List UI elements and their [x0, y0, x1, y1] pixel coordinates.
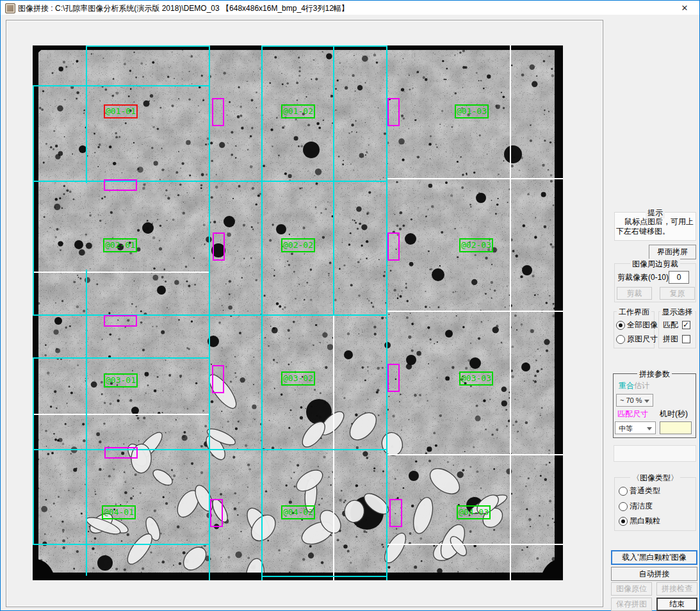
grid-line-cyan [33, 544, 210, 545]
tile-label: @02-03 [459, 238, 493, 252]
grid-line-white [33, 414, 209, 415]
stitch-params-title: 拼接参数 [637, 369, 672, 380]
app-icon [5, 3, 15, 13]
match-box [387, 232, 400, 261]
original-size-radio[interactable] [616, 335, 625, 344]
tile-label: @02-01 [103, 238, 137, 252]
grid-line-cyan [86, 45, 210, 47]
match-box [387, 98, 400, 126]
tile-label: @03-02 [281, 371, 315, 386]
grid-line-cyan [86, 45, 87, 183]
crop-pixels-input[interactable]: 0 [669, 271, 689, 284]
grid-line-cyan [33, 85, 210, 86]
tile-label: @04-03 [457, 505, 491, 519]
bw-particles-label: 黑白颗粒 [630, 516, 660, 526]
grid-line-white [386, 178, 563, 179]
radio-row-all-images: 全部图像 [616, 320, 658, 330]
window-title: 图像拼接 : C:\孔隙率图像分析系统(演示版 2018)\DEMO_03 【6… [18, 3, 349, 14]
crop-pixels-label: 剪裁像素(0-10) [617, 272, 669, 283]
mosaic-image[interactable]: @01-01@01-02@01-03@02-01@02-02@02-03@03-… [33, 45, 563, 580]
machine-time-input[interactable] [660, 421, 692, 434]
grid-line-cyan [261, 45, 387, 47]
screen-copy-button[interactable]: 界面拷屏 [649, 245, 696, 259]
grid-line-white [386, 311, 563, 312]
match-box [212, 98, 224, 126]
match-box [210, 499, 223, 527]
cleanliness-radio[interactable] [619, 502, 628, 511]
stitch-params-groupbox: 拼接参数 重合估计 ~ 70 % 匹配尺寸 机时(秒) 中等 [613, 373, 696, 438]
mosaic-overlay: @01-01@01-02@01-03@02-01@02-02@02-03@03-… [33, 45, 563, 580]
match-label: 匹配 [663, 320, 678, 330]
radio-row-normal-type: 普通类型 [619, 485, 660, 496]
match-checkbox-row: 匹配 [663, 320, 690, 330]
grid-line-cyan [261, 45, 263, 580]
app-window: 图像拼接 : C:\孔隙率图像分析系统(演示版 2018)\DEMO_03 【6… [0, 0, 700, 611]
crop-button[interactable]: 剪裁 [617, 287, 652, 300]
machine-time-label: 机时(秒) [660, 409, 688, 420]
grid-line-white [510, 45, 511, 580]
match-checkbox[interactable] [682, 321, 690, 329]
tile-label: @01-03 [455, 104, 489, 118]
hint-text: 鼠标点图后，可用上下左右键移图。 [616, 217, 696, 236]
auto-stitch-button[interactable]: 自动拼接 [611, 567, 697, 581]
match-box [389, 499, 402, 527]
grid-line-cyan [33, 449, 387, 450]
crop-groupbox: 图像周边剪裁 剪裁像素(0-10) 0 剪裁 复原 [614, 263, 696, 302]
tile-label: @02-02 [281, 238, 315, 252]
all-images-radio[interactable] [616, 321, 625, 330]
restore-button[interactable]: 复原 [660, 287, 695, 300]
grid-line-cyan [33, 181, 387, 182]
grid-line-white [386, 454, 563, 455]
work-interface-title: 工作界面 [617, 307, 651, 318]
tile-label: @03-01 [104, 373, 138, 387]
match-box [104, 315, 137, 327]
progress-panel [614, 445, 696, 462]
grid-line-white [333, 314, 334, 580]
image-origin-button[interactable]: 图像原位 [611, 582, 652, 596]
tile-label: @04-01 [102, 505, 136, 519]
tile-label: @01-02 [281, 104, 315, 118]
grid-line-cyan [33, 85, 34, 314]
match-box [104, 179, 137, 191]
stitch-check-button[interactable]: 拼接检查 [656, 582, 697, 596]
crop-title: 图像周边剪裁 [630, 259, 680, 270]
match-size-dropdown[interactable]: 中等 [615, 421, 656, 434]
overlap-estimate-dropdown[interactable]: ~ 70 % [616, 394, 653, 407]
stitch-checkbox-row: 拼图 [663, 334, 690, 345]
grid-line-cyan [261, 576, 387, 577]
title-bar: 图像拼接 : C:\孔隙率图像分析系统(演示版 2018)\DEMO_03 【6… [1, 1, 699, 15]
load-bw-particles-button[interactable]: 载入'黑白颗粒'图像 [611, 550, 697, 565]
cleanliness-label: 清洁度 [630, 501, 653, 512]
normal-type-radio[interactable] [619, 487, 628, 496]
tile-label: @03-03 [459, 371, 493, 386]
radio-row-cleanliness: 清洁度 [619, 501, 653, 512]
grid-line-cyan [33, 357, 210, 359]
grid-line-white [386, 544, 563, 545]
radio-row-original-size: 原图尺寸 [616, 334, 658, 345]
end-button[interactable]: 结束 [656, 598, 697, 611]
overlap-label: 重合估计 [619, 380, 649, 391]
work-interface-groupbox: 工作界面 全部图像 原图尺寸 [614, 311, 655, 348]
all-images-label: 全部图像 [627, 320, 658, 330]
match-box [213, 232, 225, 261]
display-select-title: 显示选择 [660, 307, 695, 318]
save-stitch-button[interactable]: 保存拼图 [611, 598, 652, 611]
tile-label: @01-01 [104, 104, 138, 118]
match-box [104, 447, 138, 459]
grid-line-white [33, 272, 209, 273]
close-icon[interactable]: ✕ [678, 3, 692, 13]
stitch-checkbox[interactable] [682, 335, 690, 343]
grid-line-cyan [333, 45, 334, 314]
match-size-label: 匹配尺寸 [617, 409, 648, 420]
image-type-groupbox: 〈图像类型〉 普通类型 清洁度 黑白颗粒 [614, 477, 696, 531]
grid-line-cyan [33, 357, 34, 544]
stitch-label: 拼图 [663, 334, 678, 345]
grid-line-cyan [33, 314, 387, 316]
bw-particles-radio[interactable] [619, 517, 628, 526]
hint-groupbox: 提示 鼠标点图后，可用上下左右键移图。 [614, 212, 696, 241]
original-size-label: 原图尺寸 [627, 334, 658, 345]
image-type-title: 〈图像类型〉 [630, 473, 680, 484]
radio-row-bw-particles: 黑白颗粒 [619, 516, 660, 526]
tile-label: @04-02 [281, 505, 315, 519]
match-box [387, 364, 400, 392]
